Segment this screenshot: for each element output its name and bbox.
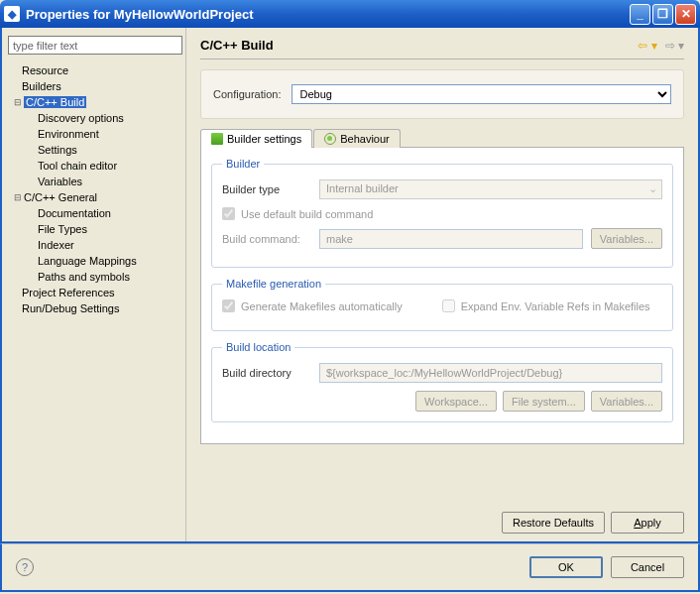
window-title: Properties for MyHellowWorldProject (26, 7, 630, 22)
apply-button[interactable]: Apply (611, 512, 684, 534)
tree-item-toolchain[interactable]: Tool chain editor (8, 158, 179, 174)
restore-defaults-button[interactable]: Restore Defaults (502, 512, 605, 534)
build-directory-label: Build directory (222, 367, 311, 379)
makefile-group: Makefile generation Generate Makefiles a… (211, 278, 673, 331)
build-command-input (319, 229, 583, 249)
tab-content: Builder Builder type Internal builder ⌄ … (200, 147, 684, 444)
tree-item-variables[interactable]: Variables (8, 174, 179, 189)
tree-item-indexer[interactable]: Indexer (8, 237, 179, 253)
help-icon[interactable]: ? (16, 558, 34, 576)
makefile-legend: Makefile generation (222, 278, 325, 290)
generate-makefiles-label: Generate Makefiles automatically (241, 300, 403, 312)
configuration-label: Configuration: (213, 88, 282, 100)
expand-env-label: Expand Env. Variable Refs in Makefiles (461, 300, 650, 312)
expand-env-checkbox (442, 299, 455, 312)
property-page: C/C++ Build ⇦ ▾ ⇨ ▾ Configuration: Debug… (186, 28, 698, 541)
workspace-button: Workspace... (415, 391, 497, 412)
use-default-label: Use default build command (241, 208, 373, 220)
builder-type-label: Builder type (222, 183, 311, 195)
tab-behaviour[interactable]: Behaviour (313, 129, 401, 148)
page-title: C/C++ Build (200, 38, 638, 53)
tree-item-settings[interactable]: Settings (8, 142, 179, 158)
maximize-button[interactable]: ❐ (652, 4, 673, 25)
tree-item-langmap[interactable]: Language Mappings (8, 253, 179, 269)
tree-item-cpp-build[interactable]: ⊟C/C++ Build (8, 94, 179, 110)
nav-forward-icon[interactable]: ⇨ ▾ (665, 39, 684, 53)
use-default-checkbox (222, 207, 235, 220)
close-button[interactable]: ✕ (675, 4, 696, 25)
list-icon (211, 133, 223, 145)
tree-item-projrefs[interactable]: Project References (8, 285, 179, 300)
builder-type-select: Internal builder ⌄ (319, 179, 662, 199)
build-location-group: Build location Build directory Workspace… (211, 341, 673, 422)
collapse-icon[interactable]: ⊟ (12, 97, 24, 107)
tab-builder-settings[interactable]: Builder settings (200, 129, 312, 148)
collapse-icon[interactable]: ⊟ (12, 192, 24, 202)
minimize-button[interactable]: _ (630, 4, 650, 25)
tree-item-resource[interactable]: Resource (8, 62, 179, 78)
ok-button[interactable]: OK (529, 556, 603, 578)
build-command-label: Build command: (222, 233, 311, 245)
cancel-button[interactable]: Cancel (611, 556, 684, 578)
location-variables-button: Variables... (591, 391, 662, 412)
builder-legend: Builder (222, 158, 264, 170)
tab-bar: Builder settings Behaviour (200, 129, 684, 148)
generate-makefiles-checkbox (222, 299, 235, 312)
nav-back-icon[interactable]: ⇦ ▾ (638, 39, 656, 53)
tree-item-builders[interactable]: Builders (8, 78, 179, 94)
builder-group: Builder Builder type Internal builder ⌄ … (211, 158, 673, 268)
radio-icon (324, 133, 336, 145)
build-directory-input (319, 363, 662, 383)
configuration-select[interactable]: Debug (292, 84, 672, 104)
tree-item-documentation[interactable]: Documentation (8, 205, 179, 221)
navigation-tree-pane: Resource Builders ⊟C/C++ Build Discovery… (2, 28, 186, 541)
tree-item-rundebug[interactable]: Run/Debug Settings (8, 300, 179, 316)
build-location-legend: Build location (222, 341, 294, 353)
tree-item-discovery[interactable]: Discovery options (8, 110, 179, 126)
window-titlebar: ◆ Properties for MyHellowWorldProject _ … (0, 0, 700, 28)
tree-item-paths[interactable]: Paths and symbols (8, 269, 179, 285)
tree-item-environment[interactable]: Environment (8, 126, 179, 142)
chevron-down-icon: ⌄ (648, 182, 657, 195)
dialog-footer: ? OK Cancel (0, 543, 700, 592)
tree-item-filetypes[interactable]: File Types (8, 221, 179, 237)
filesystem-button: File system... (503, 391, 585, 412)
nav-tree: Resource Builders ⊟C/C++ Build Discovery… (8, 62, 179, 316)
filter-input[interactable] (8, 36, 182, 55)
configuration-panel: Configuration: Debug (200, 69, 684, 119)
tree-item-cpp-general[interactable]: ⊟C/C++ General (8, 189, 179, 205)
build-variables-button: Variables... (591, 228, 662, 249)
app-icon: ◆ (4, 6, 20, 22)
